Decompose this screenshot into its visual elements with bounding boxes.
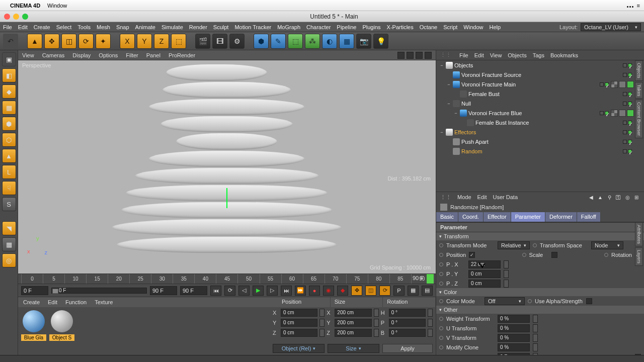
menu-window[interactable]: Window bbox=[463, 24, 483, 30]
vp-menu-cameras[interactable]: Cameras bbox=[42, 52, 65, 58]
anim-dot[interactable] bbox=[439, 326, 443, 330]
mac-menu-window[interactable]: Window bbox=[47, 3, 67, 9]
spinner[interactable] bbox=[428, 309, 433, 317]
param-key-icon[interactable]: P bbox=[393, 286, 405, 296]
tree-item-female-bust[interactable]: Female Bust✓ bbox=[436, 89, 644, 99]
pen-icon[interactable]: ✎ bbox=[271, 34, 286, 49]
step-back-icon[interactable]: ◁ bbox=[238, 286, 250, 296]
obj-menu-bookmarks[interactable]: Bookmarks bbox=[550, 52, 578, 58]
menu-snap[interactable]: Snap bbox=[116, 24, 129, 30]
autokey-icon-1[interactable]: ◉ bbox=[323, 286, 334, 296]
nav-back-icon[interactable]: ◀ bbox=[588, 194, 595, 201]
obj-menu-tags[interactable]: Tags bbox=[533, 52, 544, 58]
spinner[interactable] bbox=[428, 329, 433, 337]
vp-nav1-icon[interactable] bbox=[397, 52, 405, 59]
deformer-icon[interactable]: ◐ bbox=[322, 34, 337, 49]
attr-menu-mode[interactable]: Mode bbox=[457, 194, 471, 200]
attr-tab-effector[interactable]: Effector bbox=[484, 212, 511, 222]
grip-icon[interactable]: ⋮⋮ bbox=[440, 52, 451, 58]
menu-mesh[interactable]: Mesh bbox=[97, 24, 110, 30]
loop-icon[interactable]: ⟳ bbox=[224, 286, 235, 296]
px-input[interactable]: 22 cm bbox=[468, 260, 501, 268]
recent-tool-icon[interactable]: ✦ bbox=[96, 34, 111, 49]
record-icon[interactable]: ● bbox=[309, 286, 320, 296]
z-axis-icon[interactable]: Z bbox=[154, 34, 169, 49]
mac-extra-icon[interactable] bbox=[626, 3, 634, 9]
mat-menu-create[interactable]: Create bbox=[23, 299, 40, 305]
menu-pipeline[interactable]: Pipeline bbox=[337, 24, 356, 30]
tree-item-objects[interactable]: −Objects✓ bbox=[436, 60, 644, 70]
minimize-icon[interactable] bbox=[13, 14, 19, 20]
anim-dot[interactable] bbox=[439, 355, 443, 355]
scale-checkbox[interactable] bbox=[551, 252, 557, 258]
apply-button[interactable]: Apply bbox=[382, 344, 433, 353]
vtab-objects[interactable]: Objects bbox=[635, 60, 643, 81]
pz-input[interactable]: 0 cm bbox=[468, 280, 501, 288]
rotate-icon[interactable]: ⟳ bbox=[78, 34, 94, 49]
visibility-dots[interactable]: ✓ bbox=[623, 121, 632, 125]
visibility-dots[interactable]: ✓ bbox=[623, 149, 632, 153]
spinner[interactable] bbox=[428, 319, 433, 327]
anim-dot[interactable] bbox=[439, 243, 443, 247]
render-region-icon[interactable]: ◎ bbox=[2, 253, 16, 267]
live-select-icon[interactable]: ▲ bbox=[27, 34, 42, 49]
spinner[interactable] bbox=[504, 260, 509, 268]
py-input[interactable]: 0 cm bbox=[468, 270, 501, 278]
anim-dot[interactable] bbox=[439, 262, 443, 266]
rot-P-input[interactable]: 0 ° bbox=[389, 319, 426, 327]
visibility-dots[interactable]: ✓ bbox=[600, 111, 609, 115]
attr-tab-parameter[interactable]: Parameter bbox=[511, 212, 545, 222]
tree-item-random[interactable]: Random✓ bbox=[436, 146, 644, 156]
visibility-dots[interactable]: ✓ bbox=[623, 92, 632, 96]
frame-mid-input[interactable]: 90 F bbox=[150, 286, 177, 295]
spinner[interactable] bbox=[504, 280, 509, 288]
workplane-icon[interactable]: ▦ bbox=[2, 101, 16, 115]
size-X-input[interactable]: 200 cm bbox=[335, 309, 371, 317]
section-transform[interactable]: ▾Transform bbox=[436, 232, 644, 240]
obj-menu-objects[interactable]: Objects bbox=[508, 52, 526, 58]
anim-dot[interactable] bbox=[439, 345, 443, 349]
render-pv-icon[interactable]: 🎞 bbox=[212, 34, 227, 49]
visibility-dots[interactable]: ✓ bbox=[623, 73, 632, 77]
vp-menu-panel[interactable]: Panel bbox=[146, 52, 160, 58]
attr-menu-edit[interactable]: Edit bbox=[477, 194, 487, 200]
points-icon[interactable]: ⬢ bbox=[2, 117, 16, 131]
vp-nav3-icon[interactable] bbox=[416, 52, 423, 59]
size-Y-input[interactable]: 200 cm bbox=[335, 319, 371, 327]
close-icon[interactable] bbox=[4, 14, 10, 20]
anim-dot[interactable] bbox=[533, 243, 537, 247]
vp-menu-options[interactable]: Options bbox=[99, 52, 118, 58]
menu-simulate[interactable]: Simulate bbox=[162, 24, 183, 30]
menu-help[interactable]: Help bbox=[489, 24, 501, 30]
size-Z-input[interactable]: 200 cm bbox=[335, 329, 371, 337]
obj-menu-view[interactable]: View bbox=[490, 52, 502, 58]
menu-octane[interactable]: Octane bbox=[420, 24, 437, 30]
goto-next-key-icon[interactable]: ⏩ bbox=[295, 286, 306, 296]
tree-item-effectors[interactable]: −Effectors✓ bbox=[436, 127, 644, 137]
scrub-bar[interactable]: 0 F bbox=[51, 288, 147, 294]
tweak-icon[interactable]: ☟ bbox=[2, 181, 16, 195]
menu-motion tracker[interactable]: Motion Tracker bbox=[234, 24, 271, 30]
menu-create[interactable]: Create bbox=[34, 24, 50, 30]
object-tree[interactable]: ObjectsTakesContent Browser −Objects✓Vor… bbox=[436, 60, 644, 192]
pla-key-icon[interactable]: ▦ bbox=[408, 286, 419, 296]
menu-edit[interactable]: Edit bbox=[18, 24, 28, 30]
texture-mode-icon[interactable]: ◆ bbox=[2, 84, 16, 99]
visibility-dots[interactable]: ✓ bbox=[623, 130, 632, 134]
menu-x-particles[interactable]: X-Particles bbox=[387, 24, 414, 30]
model-mode-icon[interactable]: ◧ bbox=[2, 68, 16, 82]
floor-icon[interactable]: ▦ bbox=[339, 34, 354, 49]
attr-tab-falloff[interactable]: Falloff bbox=[577, 212, 601, 222]
pos-key-icon[interactable]: ✥ bbox=[351, 286, 362, 296]
mat-menu-texture[interactable]: Texture bbox=[95, 299, 113, 305]
section-color[interactable]: ▾Color bbox=[436, 288, 644, 296]
time-input[interactable]: 0 F bbox=[498, 353, 530, 355]
section-other[interactable]: ▾Other bbox=[436, 306, 644, 314]
obj-menu-edit[interactable]: Edit bbox=[474, 52, 484, 58]
menu-tools[interactable]: Tools bbox=[77, 24, 91, 30]
visibility-dots[interactable]: ✓ bbox=[623, 102, 632, 106]
rot-key-icon[interactable]: ⟳ bbox=[379, 286, 390, 296]
array-icon[interactable]: ⁂ bbox=[305, 34, 320, 49]
expand-icon[interactable]: − bbox=[453, 111, 458, 116]
anim-dot[interactable] bbox=[439, 317, 443, 321]
